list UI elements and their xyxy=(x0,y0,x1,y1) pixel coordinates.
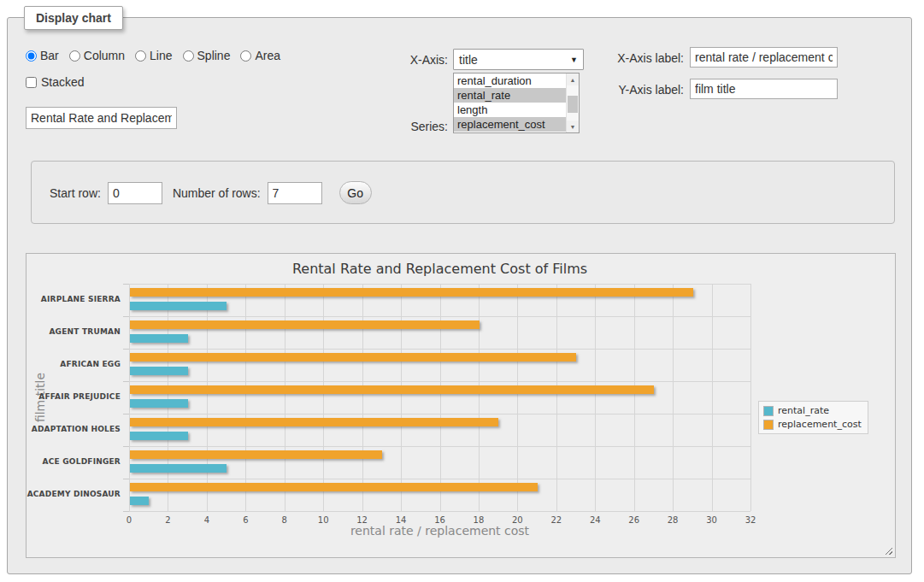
start-row-label: Start row: xyxy=(50,186,101,200)
resize-grip[interactable] xyxy=(883,545,892,555)
series-option-rental_rate[interactable]: rental_rate xyxy=(454,88,566,103)
y-axis-tick-mark xyxy=(123,414,129,414)
horizontal-gridline xyxy=(129,414,750,414)
legend-item-rental_rate[interactable]: rental_rate xyxy=(763,405,862,416)
number-of-rows-input[interactable] xyxy=(268,182,322,204)
horizontal-gridline xyxy=(129,511,750,512)
vertical-gridline xyxy=(285,284,285,511)
horizontal-gridline xyxy=(129,381,750,382)
chart-type-radio-group: BarColumnLineSplineArea xyxy=(26,49,289,62)
x-axis-select[interactable]: title ▼ xyxy=(453,49,584,70)
series-listbox[interactable]: rental_durationrental_ratelengthreplacem… xyxy=(453,73,580,133)
bar-replacement_cost[interactable] xyxy=(130,450,382,459)
vertical-gridline xyxy=(323,284,324,511)
category-label: AGENT TRUMAN xyxy=(26,327,121,336)
x-tick-label: 6 xyxy=(232,515,258,525)
chart-type-radio-area[interactable] xyxy=(240,50,251,62)
chart-type-radio-spline[interactable] xyxy=(183,50,194,62)
bar-rental_rate[interactable] xyxy=(130,399,188,408)
category-label: ACADEMY DINOSAUR xyxy=(26,490,121,498)
chart-container: Rental Rate and Replacement Cost of Film… xyxy=(26,253,896,558)
x-axis-select-label: X-Axis: xyxy=(373,53,448,67)
chart-type-radio-label: Area xyxy=(255,49,280,62)
vertical-gridline xyxy=(245,284,246,511)
chevron-down-icon: ▼ xyxy=(570,56,578,64)
legend-swatch-icon xyxy=(763,406,774,416)
bar-rental_rate[interactable] xyxy=(130,497,149,505)
chart-title: Rental Rate and Replacement Cost of Film… xyxy=(129,261,750,277)
vertical-gridline xyxy=(673,284,674,511)
listbox-scrollbar[interactable]: ▲ ▼ xyxy=(566,73,579,132)
x-tick-label: 18 xyxy=(466,515,491,525)
bar-replacement_cost[interactable] xyxy=(130,483,538,491)
bar-replacement_cost[interactable] xyxy=(130,418,498,426)
category-label: AIRPLANE SIERRA xyxy=(26,295,121,303)
bar-rental_rate[interactable] xyxy=(130,432,188,440)
x-tick-label: 12 xyxy=(350,515,375,525)
series-option-length[interactable]: length xyxy=(454,103,566,117)
bar-replacement_cost[interactable] xyxy=(130,320,480,329)
scrollbar-thumb[interactable] xyxy=(568,96,578,113)
vertical-gridline xyxy=(750,284,751,511)
bar-rental_rate[interactable] xyxy=(130,302,227,310)
go-button[interactable]: Go xyxy=(339,181,372,204)
vertical-gridline xyxy=(479,284,480,511)
scroll-up-icon[interactable]: ▲ xyxy=(567,73,579,85)
chart-type-radio-label: Line xyxy=(150,49,172,62)
category-label: ADAPTATION HOLES xyxy=(26,425,121,433)
stacked-checkbox[interactable] xyxy=(26,77,37,88)
y-axis-tick-mark xyxy=(123,381,129,382)
chart-x-axis-title: rental rate / replacement cost xyxy=(129,524,750,538)
series-listbox-label: Series: xyxy=(373,120,448,133)
series-options: rental_durationrental_ratelengthreplacem… xyxy=(454,73,566,132)
chart-type-option-line[interactable]: Line xyxy=(135,49,172,62)
horizontal-gridline xyxy=(129,316,750,317)
x-tick-label: 16 xyxy=(427,515,453,525)
vertical-gridline xyxy=(362,284,363,511)
horizontal-gridline xyxy=(129,479,750,479)
vertical-gridline xyxy=(634,284,635,511)
number-of-rows-label: Number of rows: xyxy=(173,186,261,200)
x-axis-selected-value: title xyxy=(459,53,570,67)
chart-type-option-spline[interactable]: Spline xyxy=(183,49,231,62)
bar-replacement_cost[interactable] xyxy=(130,385,654,394)
x-tick-label: 28 xyxy=(660,515,686,525)
y-axis-tick-mark xyxy=(123,511,129,512)
x-tick-label: 4 xyxy=(194,515,220,525)
fieldset-legend: Display chart xyxy=(24,6,123,30)
chart-type-radio-label: Spline xyxy=(197,49,231,62)
bar-replacement_cost[interactable] xyxy=(130,353,576,362)
bar-rental_rate[interactable] xyxy=(130,464,227,473)
chart-type-option-column[interactable]: Column xyxy=(69,49,125,62)
category-label: AFFAIR PREJUDICE xyxy=(26,392,121,401)
vertical-gridline xyxy=(440,284,441,511)
chart-title-input[interactable] xyxy=(26,107,177,129)
scroll-down-icon[interactable]: ▼ xyxy=(567,121,579,132)
vertical-gridline xyxy=(712,284,713,511)
horizontal-gridline xyxy=(129,446,750,447)
chart-type-option-bar[interactable]: Bar xyxy=(26,49,59,62)
series-option-rental_duration[interactable]: rental_duration xyxy=(454,73,566,88)
chart-type-radio-bar[interactable] xyxy=(26,50,37,62)
series-option-replacement_cost[interactable]: replacement_cost xyxy=(454,117,566,132)
x-tick-label: 20 xyxy=(504,515,530,525)
x-axis-label-field-label: X-Axis label: xyxy=(607,51,684,65)
start-row-input[interactable] xyxy=(108,182,162,204)
chart-type-option-area[interactable]: Area xyxy=(240,49,280,62)
chart-type-radio-label: Bar xyxy=(40,49,59,62)
vertical-gridline xyxy=(129,284,130,511)
bar-rental_rate[interactable] xyxy=(130,367,188,375)
y-axis-tick-mark xyxy=(123,349,129,350)
bar-replacement_cost[interactable] xyxy=(130,288,693,297)
legend-item-replacement_cost[interactable]: replacement_cost xyxy=(763,419,862,430)
y-axis-tick-mark xyxy=(123,446,129,447)
x-tick-label: 26 xyxy=(621,515,647,525)
vertical-gridline xyxy=(168,284,168,511)
chart-legend: rental_ratereplacement_cost xyxy=(758,401,868,434)
chart-type-radio-line[interactable] xyxy=(135,50,146,62)
x-axis-label-input[interactable] xyxy=(690,47,838,68)
bar-rental_rate[interactable] xyxy=(130,334,188,343)
chart-type-radio-column[interactable] xyxy=(69,50,80,62)
stacked-checkbox-row: Stacked xyxy=(26,75,85,89)
y-axis-label-input[interactable] xyxy=(690,79,838,99)
